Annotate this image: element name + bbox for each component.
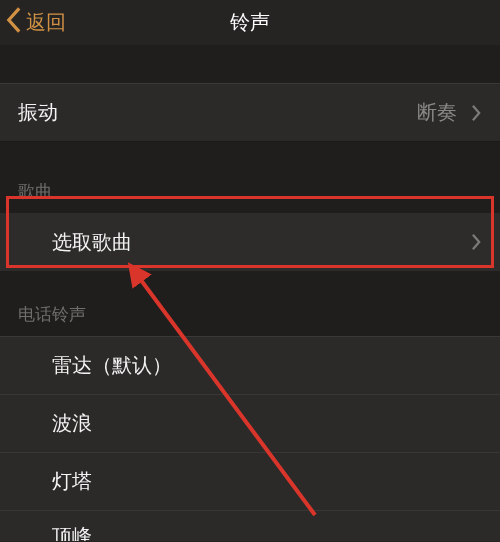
ringtone-label: 雷达（默认）	[52, 352, 172, 379]
vibration-row[interactable]: 振动 断奏	[0, 83, 500, 142]
spacer	[0, 45, 500, 83]
chevron-right-icon	[471, 104, 482, 122]
ringtone-list: 雷达（默认） 波浪 灯塔 顶峰	[0, 336, 500, 541]
vibration-label: 振动	[18, 99, 58, 126]
pick-song-row[interactable]: 选取歌曲	[0, 213, 500, 271]
page-title: 铃声	[230, 9, 270, 36]
navbar: 返回 铃声	[0, 0, 500, 45]
ringtone-label: 顶峰	[52, 523, 92, 542]
ringtone-item[interactable]: 灯塔	[0, 453, 500, 511]
ringtone-label: 波浪	[52, 410, 92, 437]
ringtone-item[interactable]: 顶峰	[0, 511, 500, 541]
chevron-left-icon	[6, 7, 26, 38]
ringtone-label: 灯塔	[52, 468, 92, 495]
ringtone-section-header: 电话铃声	[0, 271, 500, 336]
song-section-header: 歌曲	[0, 142, 500, 213]
pick-song-label: 选取歌曲	[52, 229, 132, 256]
vibration-value: 断奏	[417, 99, 461, 126]
back-button[interactable]: 返回	[6, 0, 66, 45]
chevron-right-icon	[471, 233, 482, 251]
ringtone-item[interactable]: 波浪	[0, 395, 500, 453]
ringtone-item[interactable]: 雷达（默认）	[0, 336, 500, 395]
back-label: 返回	[26, 9, 66, 36]
